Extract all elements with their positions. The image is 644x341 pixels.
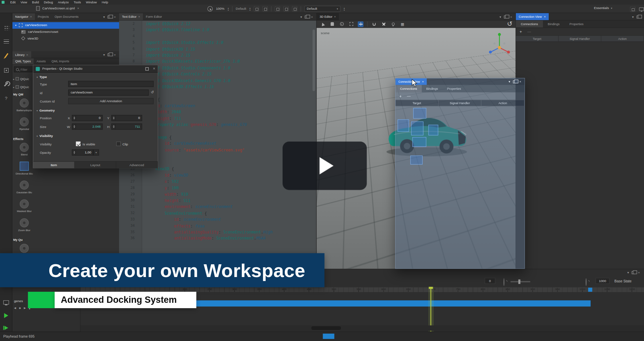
current-frame-field[interactable]: 0 (485, 278, 495, 284)
state-label[interactable]: Base State (614, 279, 632, 283)
live-preview-monitor-icon[interactable] (3, 299, 9, 305)
expand-icon[interactable]: ▸ (13, 85, 14, 88)
menu-help[interactable]: Help (99, 0, 111, 4)
library-item-rpmdial[interactable]: Rpmdial (13, 117, 35, 135)
tab-form-editor[interactable]: Form Editor (143, 13, 165, 20)
tab-connection-view[interactable]: Connection View × (516, 13, 549, 20)
orbit-tool-icon[interactable] (339, 21, 344, 27)
kit-stepper[interactable]: ▴▾ (344, 7, 345, 11)
spinner-arrows[interactable] (72, 115, 76, 121)
style-stepper[interactable]: ▴▾ (250, 7, 251, 11)
library-item-directional-blu[interactable]: Directional Blu (13, 161, 35, 180)
tab-projects[interactable]: Projects (35, 13, 52, 20)
geometry-section-header[interactable]: ▾Geometry (37, 109, 55, 113)
close-panel-icon[interactable]: × (114, 53, 116, 57)
panel-menu-icon[interactable]: ▾ (300, 15, 302, 19)
menu-build[interactable]: Build (30, 0, 41, 4)
tab-qml-types[interactable]: QML Types (12, 58, 34, 64)
library-item-batterydispla[interactable]: Batterydispla (13, 98, 35, 117)
grid-view-icon[interactable] (283, 6, 289, 11)
height-spinbox[interactable]: 711 (111, 124, 142, 130)
design-mode-pencil-icon[interactable] (3, 53, 9, 58)
show-grid-icon[interactable]: ▦ (399, 21, 405, 27)
tree-item-carviewscreenasset[interactable]: carViewScreenAsset (12, 29, 119, 35)
spinner-arrows[interactable] (72, 124, 76, 129)
add-keyframe-icon[interactable]: ◆ (19, 306, 21, 310)
timeline-scrollbar[interactable] (80, 325, 644, 331)
open-file-tab[interactable]: CarViewScreen.ui.qml (42, 7, 75, 10)
tab-bindings[interactable]: Bindings (422, 85, 442, 92)
close-panel-icon[interactable]: × (510, 15, 512, 19)
library-item-blend[interactable]: Blend (13, 142, 35, 161)
library-item-gaussian-blu[interactable]: Gaussian Blu (13, 180, 35, 199)
float-panel-icon[interactable] (632, 271, 635, 274)
expand-icon[interactable]: ▸ (13, 77, 14, 80)
next-keyframe-icon[interactable]: ▶ (24, 306, 26, 310)
playhead-handle[interactable] (429, 287, 433, 289)
float-panel-icon[interactable] (637, 16, 640, 19)
snap-magnet-icon[interactable] (371, 21, 377, 27)
float-panel-icon[interactable] (504, 16, 507, 19)
panel-menu-icon[interactable]: ▾ (103, 15, 105, 19)
help-icon[interactable]: ? (3, 95, 9, 101)
close-tab-icon[interactable]: × (544, 15, 546, 18)
tree-item-carviewscreen[interactable]: ▾ carViewScreen (12, 22, 119, 28)
tab-assets[interactable]: Assets (34, 58, 49, 64)
close-tab-icon[interactable]: × (138, 15, 140, 18)
perspective-selector[interactable]: Essentials (594, 6, 609, 10)
style-selector[interactable]: Default (236, 7, 246, 11)
tab-properties[interactable]: Properties (565, 20, 588, 27)
visibility-toggle-icon[interactable] (292, 6, 297, 11)
tree-item-view3d[interactable]: view3D (12, 35, 119, 42)
clip-checkbox[interactable] (116, 142, 121, 146)
is-visible-checkbox[interactable] (76, 142, 80, 146)
snap-grid-icon[interactable] (262, 6, 268, 11)
tab-3d-editor[interactable]: 3D Editor × (317, 13, 339, 20)
library-item-zoom-blur[interactable]: Zoom Blur (13, 217, 35, 236)
fit-view-icon[interactable] (348, 21, 354, 27)
opacity-spinbox[interactable]: 1,00 (72, 149, 93, 155)
panel-menu-icon[interactable]: ▾ (508, 80, 510, 84)
menu-edit[interactable]: Edit (8, 0, 18, 4)
panel-menu-icon[interactable]: ▾ (627, 271, 629, 275)
float-panel-icon[interactable] (305, 16, 308, 19)
library-section-header[interactable]: Effects (13, 135, 35, 142)
workspace-icon[interactable] (630, 7, 635, 12)
tab-layout[interactable]: Layout (75, 162, 116, 168)
type-section-header[interactable]: ▾Type (37, 75, 47, 79)
float-panel-icon[interactable] (513, 80, 517, 83)
close-panel-icon[interactable]: × (114, 15, 116, 19)
zoom-stepper[interactable]: ▴▾ (228, 7, 229, 11)
opacity-dropdown-icon[interactable]: ▾ (93, 149, 99, 155)
annotation-tool-icon[interactable] (254, 6, 259, 11)
edit-light-icon[interactable] (390, 21, 396, 27)
reset-view-icon[interactable]: ↺ (507, 21, 513, 27)
tab-connection-view[interactable]: Connection View × (395, 78, 427, 85)
view3d-axis-gizmo[interactable] (486, 31, 513, 57)
floating-connection-view[interactable]: Connection View × ▾ × ConnectionsBinding… (395, 78, 525, 269)
tab-item[interactable]: Item (33, 162, 75, 168)
feedback-chat-icon[interactable] (639, 7, 644, 11)
panel-menu-icon[interactable]: ▾ (499, 15, 501, 19)
opacity-value[interactable]: 1,00 (76, 151, 93, 154)
collapse-icon[interactable]: ▾ (15, 24, 16, 27)
id-field[interactable] (68, 89, 149, 95)
tab-text-editor[interactable]: Text Editor× (119, 13, 143, 20)
dialog-titlebar[interactable]: Properties - Qt Design Studio × (33, 65, 158, 73)
bounds-icon[interactable] (275, 6, 280, 11)
add-annotation-button[interactable]: Add Annotation (68, 98, 154, 104)
video-play-button[interactable] (282, 142, 367, 190)
menu-tools[interactable]: Tools (71, 0, 84, 4)
move-tool-icon[interactable] (358, 21, 364, 27)
panel-menu-icon[interactable]: ▾ (632, 15, 634, 19)
height-value[interactable]: 711 (115, 125, 142, 128)
tab-connections[interactable]: Connections (516, 20, 543, 27)
x-spinbox[interactable]: 0 (72, 115, 103, 121)
menu-debug[interactable]: Debug (41, 0, 55, 4)
end-frame-field[interactable]: 1000 (596, 278, 610, 284)
y-value[interactable]: 0 (115, 116, 142, 120)
close-file-icon[interactable]: × (77, 7, 79, 10)
zoom-in-icon[interactable] (586, 278, 586, 286)
menu-view[interactable]: View (18, 0, 30, 4)
library-section-header[interactable]: My Qu (13, 236, 35, 243)
